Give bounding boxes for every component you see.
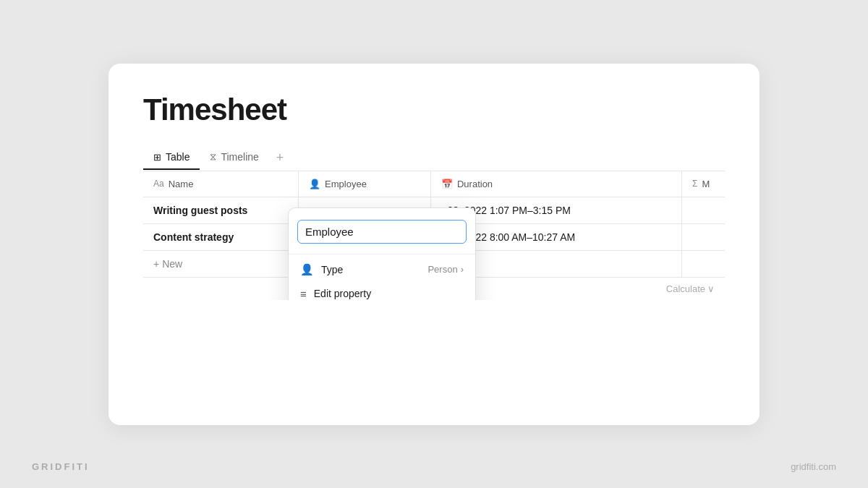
new-label: New — [162, 258, 182, 270]
footer-brand-left: GRIDFITI — [32, 461, 90, 472]
type-arrow-icon: › — [461, 264, 464, 275]
col-header-duration[interactable]: 📅 Duration — [430, 171, 681, 197]
calculate-label: Calculate — [666, 283, 705, 294]
col-employee-label: Employee — [325, 179, 367, 189]
column-dropdown: 👤 Type Person › ≡ Edit property — [288, 207, 476, 300]
employee-col-icon: 👤 — [309, 179, 320, 189]
m-col-icon: Σ — [692, 179, 697, 189]
dropdown-divider-1 — [289, 254, 475, 254]
page-title: Timesheet — [143, 93, 725, 127]
chevron-down-icon: ∨ — [707, 283, 715, 294]
col-duration-label: Duration — [457, 179, 493, 189]
new-plus-icon: + — [153, 258, 159, 270]
tabs-bar: ⊞ Table ⧖ Timeline + — [143, 145, 725, 171]
row1-m — [682, 197, 725, 223]
timeline-icon: ⧖ — [210, 151, 216, 163]
edit-property-icon: ≡ — [300, 288, 307, 300]
col-name-label: Name — [169, 179, 194, 189]
table-icon: ⊞ — [153, 152, 161, 163]
dropdown-item-edit-property[interactable]: ≡ Edit property — [289, 282, 475, 300]
main-card: Timesheet ⊞ Table ⧖ Timeline + Aa Name — [109, 64, 760, 425]
col-header-employee[interactable]: 👤 Employee — [299, 171, 431, 197]
row1-name[interactable]: Writing guest posts — [143, 197, 299, 223]
table-header-row: Aa Name 👤 Employee 📅 Duration — [143, 171, 725, 197]
tab-timeline-label: Timeline — [221, 151, 258, 163]
row2-m — [682, 223, 725, 250]
dropdown-item-type[interactable]: 👤 Type Person › — [289, 257, 475, 282]
row2-name[interactable]: Content strategy — [143, 223, 299, 250]
col-header-m[interactable]: Σ M — [682, 171, 725, 197]
footer-brand-right: gridfiti.com — [791, 461, 836, 472]
edit-property-label: Edit property — [314, 288, 371, 299]
tab-timeline[interactable]: ⧖ Timeline — [200, 145, 268, 170]
table-wrapper: Aa Name 👤 Employee 📅 Duration — [143, 171, 725, 300]
tab-add-button[interactable]: + — [269, 145, 292, 171]
type-value: Person — [427, 264, 457, 275]
column-name-input[interactable] — [297, 220, 467, 244]
tab-table[interactable]: ⊞ Table — [143, 145, 200, 170]
type-icon: 👤 — [300, 263, 314, 276]
tab-table-label: Table — [166, 151, 190, 163]
dropdown-input-wrap — [289, 215, 475, 251]
name-col-icon: Aa — [153, 179, 164, 189]
col-m-label: M — [702, 179, 710, 189]
type-label: Type — [321, 264, 343, 275]
new-row-cell[interactable]: + New — [143, 250, 299, 277]
col-header-name[interactable]: Aa Name — [143, 171, 299, 197]
duration-col-icon: 📅 — [441, 179, 453, 189]
